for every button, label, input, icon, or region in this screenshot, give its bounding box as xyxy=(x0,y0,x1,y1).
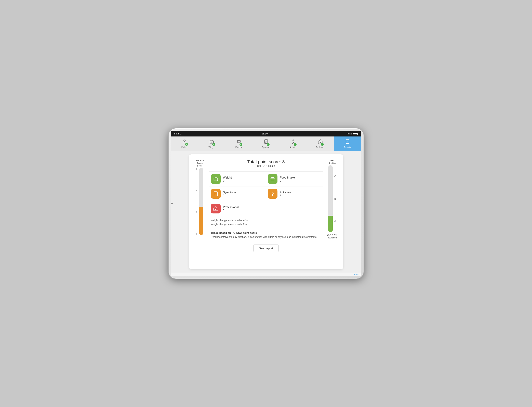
tab-professional-label: Professi... xyxy=(316,146,325,149)
ipad-frame: iPad 13:16 94% ✓ Pa xyxy=(169,128,363,279)
symptoms-check: ✓ xyxy=(267,143,270,146)
professional-value: 5 xyxy=(223,209,239,212)
pgsga-label-line2: Triage xyxy=(197,162,203,164)
tab-results[interactable]: Results xyxy=(334,136,361,151)
svg-point-0 xyxy=(184,140,185,141)
tab-weight-label: Weig... xyxy=(209,146,215,149)
tab-bar: ✓ Patie... kg ✓ Weig... xyxy=(171,136,361,151)
sga-label-line1: SGA xyxy=(330,159,334,162)
symptoms-score-info: Symptoms 2 xyxy=(223,191,237,197)
tab-results-label: Results xyxy=(344,146,351,149)
weight-name: Weight xyxy=(223,176,232,179)
symptoms-icon: ✓ xyxy=(263,139,269,145)
about-link[interactable]: About xyxy=(171,273,361,276)
foodin-check: ✓ xyxy=(239,143,242,146)
svg-point-20 xyxy=(273,192,274,193)
weight-change-six: Weight change in six months: -4% xyxy=(211,219,321,222)
tab-professional[interactable]: ✓ Professi... xyxy=(307,136,334,151)
patient-icon: ✓ xyxy=(182,139,187,145)
weight-score-icon: kg xyxy=(211,174,221,184)
svg-text:kg: kg xyxy=(215,179,216,180)
score-cell-food: Food Intake 0 xyxy=(266,172,323,187)
symptoms-value: 2 xyxy=(223,194,237,197)
ipad-screen: iPad 13:16 94% ✓ Pa xyxy=(171,131,361,276)
score-cell-weight: kg Weight 0 xyxy=(209,172,266,187)
svg-rect-3 xyxy=(264,140,268,144)
score-grid: kg Weight 0 xyxy=(209,172,323,216)
professional-name: Professional xyxy=(223,205,239,209)
tab-foodin[interactable]: ✓ Food In xyxy=(225,136,253,151)
weight-value: 0 xyxy=(223,179,232,182)
status-left: iPad xyxy=(174,133,182,135)
bmi-text: BMI: 24.4 kg/m2 xyxy=(247,164,285,167)
ipad-label: iPad xyxy=(174,133,179,135)
slider-label-0: 0 xyxy=(196,233,198,235)
triage-title: Triage based on PG-SGA point score xyxy=(211,231,321,234)
clock: 13:16 xyxy=(262,132,268,135)
sga-letter-c: C xyxy=(334,175,336,178)
svg-rect-16 xyxy=(214,192,217,196)
activities-score-icon xyxy=(268,189,278,199)
weight-change-one: Weight change in one month: 0% xyxy=(211,222,321,226)
wifi-icon xyxy=(180,133,182,135)
weight-icon: kg ✓ xyxy=(209,139,214,145)
activities-score-info: Activities 1 xyxy=(280,191,291,197)
pgsga-label-line3: Score xyxy=(197,165,202,167)
sga-slider: SGA Ranking C B A xyxy=(326,159,338,252)
triage-section: Triage based on PG-SGA point score Requi… xyxy=(209,229,323,241)
pgsga-label-line1: PG-SGA xyxy=(196,159,204,162)
svg-rect-11 xyxy=(346,140,349,144)
symptoms-name: Symptoms xyxy=(223,191,237,194)
food-name: Food Intake xyxy=(280,176,295,179)
food-score-icon xyxy=(268,174,278,184)
sga-fill xyxy=(328,216,333,233)
tab-foodin-label: Food In xyxy=(235,146,242,149)
food-score-info: Food Intake 0 xyxy=(280,176,295,182)
professional-score-icon xyxy=(211,204,221,213)
status-bar: iPad 13:16 94% xyxy=(171,131,361,136)
score-center: Total point score: 8 BMI: 24.4 kg/m2 xyxy=(247,159,285,167)
sga-letter-a: A xyxy=(334,220,336,223)
results-card: PG-SGA Triage Score 9 4 2 0 xyxy=(189,154,343,269)
svg-point-7 xyxy=(293,140,294,140)
tab-activities[interactable]: ✓ Activit... xyxy=(279,136,307,151)
activities-icon: ✓ xyxy=(291,139,296,145)
tab-weight[interactable]: kg ✓ Weig... xyxy=(198,136,225,151)
score-cell-symptoms: Symptoms 2 xyxy=(209,187,266,201)
slider-label-2: 2 xyxy=(196,211,198,213)
tab-symptoms-label: Sympto... xyxy=(262,146,270,149)
foodin-icon: ✓ xyxy=(236,139,241,145)
score-header: Total point score: 8 BMI: 24.4 kg/m2 xyxy=(209,159,323,167)
status-right: 94% xyxy=(347,133,358,135)
professional-check: ✓ xyxy=(321,143,324,146)
sga-bottom-label: SGA-A Wellnourished xyxy=(327,234,338,239)
sga-label-line2: Ranking xyxy=(328,162,336,164)
score-cell-professional: Professional 5 xyxy=(209,201,323,216)
results-icon xyxy=(345,139,350,145)
tab-activities-label: Activit... xyxy=(290,146,297,149)
triage-slider: PG-SGA Triage Score 9 4 2 0 xyxy=(194,159,206,252)
send-report-button[interactable]: Send report xyxy=(253,244,279,252)
activities-check: ✓ xyxy=(294,143,297,146)
professional-score-info: Professional 5 xyxy=(223,205,239,212)
sga-letter-b: B xyxy=(334,197,336,200)
slider-label-9: 9 xyxy=(196,168,198,170)
tab-patient[interactable]: ✓ Patie... xyxy=(171,136,198,151)
symptoms-score-icon xyxy=(211,189,221,199)
tab-symptoms[interactable]: ✓ Sympto... xyxy=(253,136,280,151)
score-cell-activities: Activities 1 xyxy=(266,187,323,201)
food-value: 0 xyxy=(280,179,295,182)
weight-check: ✓ xyxy=(212,143,215,146)
activities-name: Activities xyxy=(280,191,291,194)
svg-text:kg: kg xyxy=(211,141,212,143)
main-content: PG-SGA Triage Score 9 4 2 0 xyxy=(171,151,361,273)
slider-label-4: 4 xyxy=(196,189,198,192)
battery-percent: 94% xyxy=(347,133,352,135)
weight-score-info: Weight 0 xyxy=(223,176,232,182)
weight-change-section: Weight change in six months: -4% Weight … xyxy=(209,216,323,229)
activities-value: 1 xyxy=(280,194,291,197)
professional-icon: ✓ xyxy=(318,139,323,145)
battery-icon xyxy=(353,133,358,135)
main-area: Total point score: 8 BMI: 24.4 kg/m2 xyxy=(209,159,323,252)
patient-check: ✓ xyxy=(185,143,188,146)
